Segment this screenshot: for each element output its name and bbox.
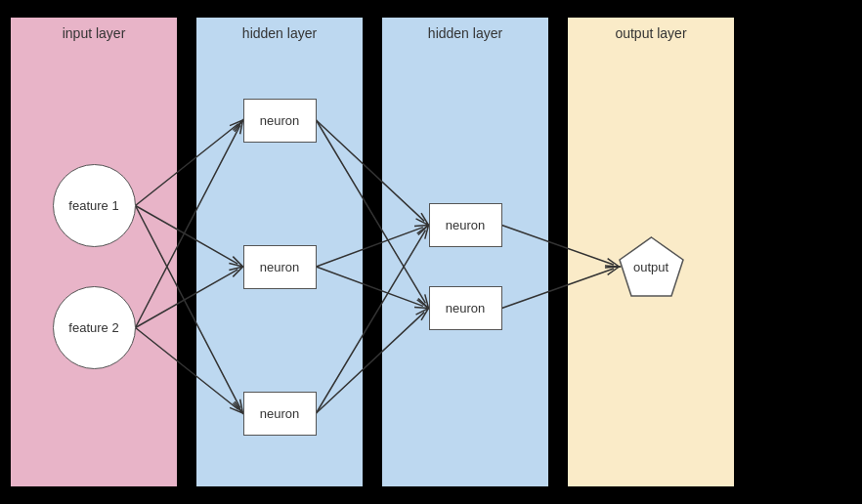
input-node-1: feature 1 [53, 164, 136, 247]
input-layer: input layer feature 1 feature 2 [11, 18, 177, 486]
gap-3 [548, 18, 568, 486]
neural-network-diagram: input layer feature 1 feature 2 hidden l… [11, 18, 851, 486]
input-layer-title: input layer [11, 25, 177, 41]
hidden2-node-2: neuron [429, 286, 502, 330]
hidden-layer-2: hidden layer neuron neuron [382, 18, 548, 486]
hidden2-node-1: neuron [429, 203, 502, 247]
hidden-layer-1-title: hidden layer [196, 25, 363, 41]
input-node-2: feature 2 [53, 286, 136, 369]
hidden-layer-1: hidden layer neuron neuron neuron [196, 18, 363, 486]
hidden1-node-1: neuron [243, 99, 317, 143]
gap-2 [363, 18, 382, 486]
output-node: output [615, 235, 688, 299]
gap-1 [177, 18, 196, 486]
hidden1-node-2: neuron [243, 245, 317, 289]
output-layer: output layer output [568, 18, 734, 486]
hidden-layer-2-title: hidden layer [382, 25, 548, 41]
output-layer-title: output layer [568, 25, 734, 41]
hidden1-node-3: neuron [243, 392, 317, 436]
